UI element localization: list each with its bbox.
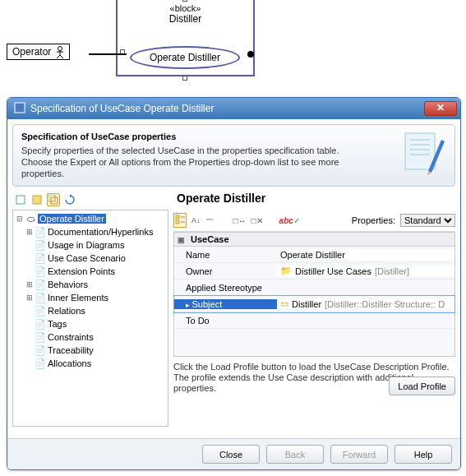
tree-item[interactable]: 📄Usage in Diagrams: [13, 238, 168, 252]
tree-item-icon: 📄: [35, 253, 46, 264]
collapse-icon[interactable]: ▣: [178, 236, 185, 244]
tree-item-label: Extension Points: [48, 266, 115, 276]
tree-item[interactable]: 📄Tags: [13, 317, 168, 330]
tree-item[interactable]: 📄Use Case Scenario: [13, 252, 168, 265]
property-row[interactable]: Applied Stereotype: [174, 280, 454, 296]
header-panel: Specification of UseCase properties Spec…: [12, 124, 455, 187]
close-button[interactable]: Close: [202, 445, 260, 464]
properties-panel: Operate Distiller A↓ □↔ □✕ abc✓ Properti…: [173, 192, 455, 430]
titlebar-text: Specification of UseCase Operate Distill…: [30, 103, 424, 114]
tree-item-label: Inner Elements: [48, 293, 108, 303]
tree-item[interactable]: 📄Extension Points: [13, 265, 168, 278]
svg-rect-6: [405, 133, 435, 169]
block-name: Distiller: [118, 13, 253, 25]
tree-item-icon: 📄: [35, 358, 46, 369]
tree-item-label: Allocations: [48, 358, 91, 368]
properties-label: Properties:: [352, 215, 395, 225]
tree-item-icon: 📄: [35, 293, 46, 303]
association-line[interactable]: [89, 53, 127, 55]
tree-item-label: Constraints: [48, 332, 94, 342]
sort-icon[interactable]: A↓: [191, 216, 201, 224]
expand-icon[interactable]: [205, 215, 214, 225]
selection-handle[interactable]: [182, 76, 187, 81]
titlebar[interactable]: Specification of UseCase Operate Distill…: [7, 98, 460, 119]
tree-item[interactable]: 📄Traceability: [13, 344, 168, 357]
tree-item[interactable]: 📄Relations: [13, 304, 168, 317]
tree-item[interactable]: 📄Allocations: [13, 357, 168, 370]
hint-text: Click the Load Profile button to load th…: [173, 362, 455, 394]
tree-item[interactable]: ⊟⬭Operate Distiller: [13, 212, 168, 225]
view-icon[interactable]: [14, 193, 27, 206]
expand-toggle[interactable]: ⊞: [25, 293, 35, 302]
tree-item-icon: 📄: [35, 319, 46, 330]
abc-check-icon[interactable]: abc✓: [279, 216, 300, 225]
tree-item-icon: 📄: [35, 306, 46, 317]
actor-label: Operator: [12, 46, 51, 58]
block-icon: ▭: [280, 298, 288, 309]
help-button[interactable]: Help: [394, 445, 452, 464]
expand-toggle[interactable]: ⊞: [25, 280, 35, 289]
actor-box[interactable]: Operator: [7, 44, 70, 60]
property-value[interactable]: Operate Distiller: [277, 250, 454, 260]
hide-icon[interactable]: □✕: [251, 216, 263, 225]
navigation-tree[interactable]: ⊟⬭Operate Distiller⊞📄Documentation/Hyper…: [12, 210, 168, 427]
categorize-icon[interactable]: [173, 213, 187, 228]
port-dot[interactable]: [247, 51, 254, 58]
tree-toolbar: [12, 192, 168, 210]
close-window-button[interactable]: ✕: [424, 101, 457, 116]
tree-item[interactable]: ⊞📄Inner Elements: [13, 291, 168, 304]
tree-item[interactable]: 📄Constraints: [13, 330, 168, 344]
svg-rect-14: [33, 196, 41, 204]
property-name: To Do: [174, 316, 277, 326]
tree-item-icon: 📄: [35, 345, 46, 356]
property-value[interactable]: 📁Distiller Use Cases [Distiller]: [277, 266, 454, 276]
header-description: Specify properties of the selected UseCa…: [21, 145, 367, 179]
tree-item-label: Use Case Scenario: [48, 253, 126, 263]
load-profile-button[interactable]: Load Profile: [389, 377, 455, 395]
show-icon[interactable]: □↔: [233, 216, 247, 225]
tree-item-label: Tags: [48, 319, 67, 329]
property-name: Subject: [174, 299, 277, 309]
property-section-header[interactable]: ▣ UseCase: [174, 233, 454, 247]
property-row[interactable]: NameOperate Distiller: [174, 247, 454, 263]
uml-diagram: Operator «block» Distiller Operate Disti…: [0, 0, 466, 90]
expand-toggle[interactable]: ⊟: [15, 215, 25, 223]
specification-dialog: Specification of UseCase Operate Distill…: [7, 97, 461, 470]
properties-grid[interactable]: ▣ UseCase NameOperate DistillerOwner📁Dis…: [173, 232, 455, 357]
tree-item-icon: 📄: [35, 227, 46, 238]
svg-rect-16: [51, 197, 58, 204]
svg-rect-18: [176, 215, 179, 219]
svg-rect-13: [16, 196, 25, 204]
tree-item-label: Relations: [48, 306, 85, 316]
selection-handle[interactable]: [182, 0, 187, 2]
tree-item-label: Usage in Diagrams: [48, 240, 125, 250]
tree-panel: ⊟⬭Operate Distiller⊞📄Documentation/Hyper…: [12, 192, 168, 430]
svg-line-3: [57, 55, 60, 58]
tree-item-icon: 📄: [35, 332, 46, 343]
block-header: «block» Distiller: [118, 0, 253, 25]
element-title: Operate Distiller: [177, 192, 455, 205]
property-name: Name: [174, 250, 277, 260]
property-row[interactable]: Owner📁Distiller Use Cases [Distiller]: [174, 263, 454, 280]
document-pencil-icon: [400, 130, 448, 179]
app-icon: [14, 102, 25, 115]
tree-item[interactable]: ⊞📄Documentation/Hyperlinks: [13, 225, 168, 238]
back-button[interactable]: Back: [266, 445, 324, 464]
property-value[interactable]: ▭Distiller [Distiller::Distiller Structu…: [277, 298, 454, 309]
property-row[interactable]: To Do: [174, 312, 454, 329]
section-title: UseCase: [191, 234, 228, 244]
forward-button[interactable]: Forward: [330, 445, 388, 464]
usecase-ellipse[interactable]: Operate Distiller: [130, 46, 240, 69]
copy-icon[interactable]: [47, 193, 60, 206]
property-name: Applied Stereotype: [174, 283, 277, 293]
refresh-icon[interactable]: [63, 193, 76, 206]
tree-item-label: Operate Distiller: [38, 214, 106, 224]
stick-figure-icon: [54, 46, 66, 61]
element-icon[interactable]: [30, 193, 44, 206]
expand-toggle[interactable]: ⊞: [25, 228, 35, 236]
tree-item-label: Documentation/Hyperlinks: [48, 227, 153, 237]
properties-mode-select[interactable]: Standard: [400, 214, 455, 227]
block-stereotype: «block»: [118, 3, 253, 13]
tree-item[interactable]: ⊞📄Behaviors: [13, 278, 168, 291]
property-row[interactable]: Subject▭Distiller [Distiller::Distiller …: [174, 296, 454, 312]
